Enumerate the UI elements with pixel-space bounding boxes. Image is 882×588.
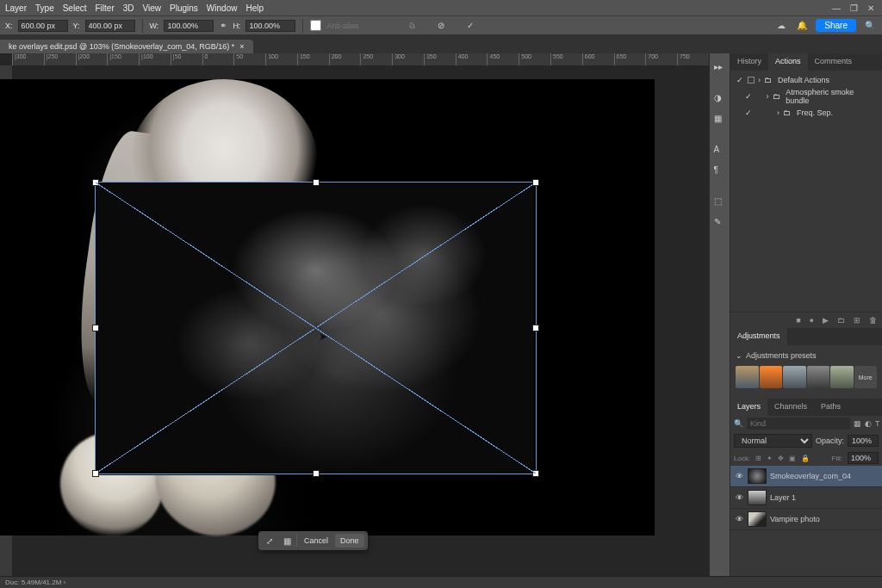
layer-filter-input[interactable] [747,418,850,430]
new-action-icon[interactable]: ⊞ [854,316,860,325]
new-set-icon[interactable]: 🗀 [837,316,845,325]
commit-transform-icon[interactable]: ✓ [463,19,477,33]
action-row[interactable]: ✓ › 🗀 Freq. Sep. [736,107,877,119]
canvas-area[interactable]: |300|250|200|150|100|5005010015020025030… [0,53,709,576]
adjustments-tab[interactable]: Adjustments [730,328,787,345]
menu-window[interactable]: Window [207,3,238,13]
close-tab-icon[interactable]: × [239,42,244,51]
visibility-icon[interactable]: 👁 [734,493,744,502]
menu-help[interactable]: Help [245,3,264,13]
libraries-panel-icon[interactable]: ⬚ [714,196,726,208]
document-canvas[interactable]: ➤ [0,79,655,535]
w-input[interactable] [164,20,214,32]
window-close-icon[interactable]: ✕ [865,3,877,13]
transform-handle-br[interactable] [532,470,539,477]
record-icon[interactable]: ● [810,316,814,325]
grid-icon[interactable]: ▦ [279,536,295,546]
preset-thumb[interactable] [760,366,783,388]
menu-layer[interactable]: Layer [5,3,27,13]
paths-tab[interactable]: Paths [814,399,848,416]
chevron-right-icon[interactable]: › [63,579,65,586]
antialias-checkbox[interactable] [310,20,321,31]
share-button[interactable]: Share [816,19,856,32]
free-transform-box[interactable]: ➤ [95,182,537,474]
transform-handle-tr[interactable] [532,179,539,186]
history-tab[interactable]: History [730,53,768,71]
menu-3d[interactable]: 3D [123,3,134,13]
check-icon[interactable]: ✓ [744,92,753,101]
lock-pixels-icon[interactable]: ✦ [767,455,773,462]
chevron-right-icon[interactable]: › [767,92,769,101]
panel-toggle-icon[interactable]: ▸▸ [714,62,726,74]
menu-view[interactable]: View [143,3,162,13]
play-icon[interactable]: ▶ [823,316,829,325]
filter-pixel-icon[interactable]: ▦ [854,418,861,430]
cancel-transform-icon[interactable]: ⊘ [434,19,448,33]
x-input[interactable] [18,20,68,32]
visibility-icon[interactable]: 👁 [734,515,744,523]
fill-input[interactable] [848,452,879,464]
color-panel-icon[interactable]: ◑ [714,93,726,105]
layer-thumbnail[interactable] [748,490,767,505]
layer-row[interactable]: 👁 Vampire photo [730,509,882,530]
chevron-right-icon[interactable]: › [758,76,761,84]
preset-more-button[interactable]: More [854,366,878,388]
window-minimize-icon[interactable]: — [830,3,842,13]
check-icon[interactable]: ✓ [736,76,744,84]
cancel-button[interactable]: Cancel [299,534,333,548]
layer-thumbnail[interactable] [748,468,767,484]
transform-center-icon[interactable] [311,323,321,333]
preset-thumb[interactable] [807,366,830,388]
chevron-down-icon[interactable]: ⌄ [736,351,742,360]
swatches-panel-icon[interactable]: ▦ [714,114,726,126]
layers-tab[interactable]: Layers [730,399,767,416]
transform-handle-bl[interactable] [92,470,99,477]
transform-handle-ml[interactable] [92,325,99,331]
preset-thumb[interactable] [830,366,854,388]
search-icon[interactable]: 🔍 [863,19,877,33]
character-panel-icon[interactable]: A [714,145,726,157]
channels-tab[interactable]: Channels [767,399,814,416]
layer-row[interactable]: 👁 Smokeoverlay_com_04 [730,466,882,487]
modal-toggle[interactable] [748,77,755,84]
window-restore-icon[interactable]: ❐ [848,3,860,13]
link-wh-icon[interactable]: ⚭ [219,21,227,30]
opacity-input[interactable] [848,435,879,447]
filter-kind-search-icon[interactable]: 🔍 [734,419,743,428]
brush-panel-icon[interactable]: ✎ [714,217,726,229]
ratio-icon[interactable]: ⤢ [262,536,277,546]
reset-transform-icon[interactable]: ♘ [405,19,419,33]
filter-adjust-icon[interactable]: ◐ [865,418,872,430]
lock-position-icon[interactable]: ✥ [778,455,784,462]
layer-row[interactable]: 👁 Layer 1 [730,487,882,509]
lock-icon[interactable]: 🔒 [801,455,810,462]
visibility-icon[interactable]: 👁 [734,472,744,480]
comments-tab[interactable]: Comments [808,53,860,71]
check-icon[interactable]: ✓ [744,108,753,117]
preset-thumb[interactable] [783,366,806,388]
lock-artboard-icon[interactable]: ▣ [789,455,796,462]
action-set-row[interactable]: ✓ › 🗀 Atmospheric smoke bundle [736,86,877,107]
layer-thumbnail[interactable] [748,511,767,527]
trash-icon[interactable]: 🗑 [869,316,877,325]
paragraph-panel-icon[interactable]: ¶ [714,165,726,177]
blend-mode-select[interactable]: Normal [734,434,812,448]
menu-type[interactable]: Type [35,3,54,13]
document-tab[interactable]: ke overlays edit.psd @ 103% (Smokeoverla… [0,40,253,53]
chevron-right-icon[interactable]: › [777,108,780,117]
transform-handle-mr[interactable] [532,325,539,331]
menu-filter[interactable]: Filter [96,3,115,13]
menu-plugins[interactable]: Plugins [170,3,198,13]
stop-icon[interactable]: ■ [796,316,800,325]
preset-thumb[interactable] [736,366,759,388]
done-button[interactable]: Done [335,534,364,548]
menu-select[interactable]: Select [63,3,87,13]
transform-handle-tl[interactable] [92,179,99,186]
transform-handle-tm[interactable] [313,179,320,186]
action-set-row[interactable]: ✓ › 🗀 Default Actions [736,74,877,86]
y-input[interactable] [85,20,135,32]
transform-handle-bm[interactable] [313,470,320,477]
bell-icon[interactable]: 🔔 [795,19,809,33]
h-input[interactable] [245,20,295,32]
lock-all-icon[interactable]: ⊞ [755,455,761,462]
